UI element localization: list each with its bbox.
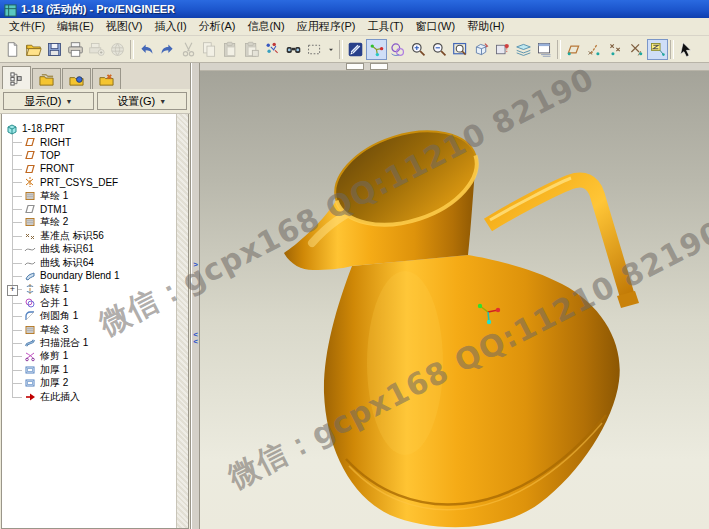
menu-item-插入I[interactable]: 插入(I) — [148, 18, 192, 35]
tree-item-旋转-1[interactable]: +旋转 1 — [6, 283, 176, 296]
navigator-tab-connections[interactable] — [92, 68, 121, 89]
datum-axes-button[interactable] — [584, 39, 605, 60]
tree-item-RIGHT[interactable]: RIGHT — [6, 135, 176, 148]
menu-item-窗口W[interactable]: 窗口(W) — [409, 18, 461, 35]
select-box-dropdown-icon — [327, 41, 335, 58]
favorites-icon — [69, 72, 84, 87]
insert-here-icon — [24, 391, 37, 403]
annotations-icon — [649, 41, 666, 58]
redo-button[interactable] — [157, 39, 178, 60]
datum-csys-button[interactable] — [626, 39, 647, 60]
tree-item-FRONT[interactable]: FRONT — [6, 162, 176, 175]
menu-item-应用程序P[interactable]: 应用程序(P) — [291, 18, 362, 35]
send-button[interactable] — [107, 39, 128, 60]
undo-button[interactable] — [136, 39, 157, 60]
tree-item-在此插入[interactable]: 在此插入 — [6, 390, 176, 403]
tree-item-草绘-1[interactable]: 草绘 1 — [6, 189, 176, 202]
menu-item-分析A[interactable]: 分析(A) — [193, 18, 242, 35]
graphics-viewport[interactable] — [200, 63, 709, 529]
zoom-in-button[interactable] — [408, 39, 429, 60]
tree-item-草绘-3[interactable]: 草绘 3 — [6, 323, 176, 336]
datum-planes-button[interactable] — [563, 39, 584, 60]
copy-button[interactable] — [199, 39, 220, 60]
spin-center-button[interactable] — [366, 39, 387, 60]
orient-mode-button[interactable] — [387, 39, 408, 60]
tree-item-PRT_CSYS_DEF[interactable]: PRT_CSYS_DEF — [6, 176, 176, 189]
navigator-tab-folder-browser[interactable] — [32, 68, 61, 89]
open-button[interactable] — [23, 39, 44, 60]
tree-item-合并-1[interactable]: 合并 1 — [6, 296, 176, 309]
redo-icon — [159, 41, 176, 58]
sash-collapse-icon[interactable]: > — [192, 261, 199, 268]
tree-item-TOP[interactable]: TOP — [6, 149, 176, 162]
tree-item-加厚-2[interactable]: 加厚 2 — [6, 376, 176, 389]
menu-item-帮助H[interactable]: 帮助(H) — [461, 18, 510, 35]
show-menu-button[interactable]: 显示(D)▼ — [3, 92, 94, 110]
refit-icon — [452, 41, 469, 58]
regenerate-button[interactable] — [262, 39, 283, 60]
tree-item-加厚-1[interactable]: 加厚 1 — [6, 363, 176, 376]
title-bar[interactable]: 1-18 (活动的) - Pro/ENGINEER — [0, 0, 709, 18]
tree-item-label: 加厚 1 — [40, 363, 68, 377]
tree-item-曲线-标识64[interactable]: 曲线 标识64 — [6, 256, 176, 269]
datum-points-button[interactable] — [605, 39, 626, 60]
tree-item-曲线-标识61[interactable]: 曲线 标识61 — [6, 243, 176, 256]
menu-item-文件F[interactable]: 文件(F) — [3, 18, 51, 35]
tree-item-修剪-1[interactable]: 修剪 1 — [6, 350, 176, 363]
trim-icon — [24, 350, 37, 362]
layers-button[interactable] — [513, 39, 534, 60]
panel-sash[interactable]: > << — [191, 63, 200, 529]
content-area: 显示(D)▼ 设置(G)▼ 1-18.PRTRIGHTTOPFRONTPRT_C… — [0, 63, 709, 529]
folder-browser-icon — [39, 72, 54, 87]
menu-item-视图V[interactable]: 视图(V) — [100, 18, 149, 35]
zoom-out-icon — [431, 41, 448, 58]
zoom-out-button[interactable] — [429, 39, 450, 60]
tree-item-label: RIGHT — [40, 137, 71, 148]
tree-item-label: PRT_CSYS_DEF — [40, 177, 118, 188]
tree-item-草绘-2[interactable]: 草绘 2 — [6, 216, 176, 229]
navigator-panel: 显示(D)▼ 设置(G)▼ 1-18.PRTRIGHTTOPFRONTPRT_C… — [0, 63, 191, 529]
tree-item-基准点-标识56[interactable]: 基准点 标识56 — [6, 229, 176, 242]
new-button[interactable] — [2, 39, 23, 60]
orient-mode-icon — [389, 41, 406, 58]
refit-button[interactable] — [450, 39, 471, 60]
paste-button[interactable] — [220, 39, 241, 60]
print-preview-button[interactable] — [86, 39, 107, 60]
settings-menu-button[interactable]: 设置(G)▼ — [97, 92, 188, 110]
paste-special-icon — [243, 41, 260, 58]
print-button[interactable] — [65, 39, 86, 60]
save-button[interactable] — [44, 39, 65, 60]
main-toolbar — [0, 36, 709, 63]
annotations-button[interactable] — [647, 39, 668, 60]
expander-icon[interactable]: + — [7, 285, 18, 296]
find-button[interactable] — [283, 39, 304, 60]
redraw-button[interactable] — [345, 39, 366, 60]
show-menu-label: 显示(D) — [24, 94, 61, 109]
tree-item-Boundary-Blend-1[interactable]: Boundary Blend 1 — [6, 269, 176, 282]
tree-item-倒圆角-1[interactable]: 倒圆角 1 — [6, 309, 176, 322]
menu-item-工具T[interactable]: 工具(T) — [361, 18, 409, 35]
saved-views-button[interactable] — [492, 39, 513, 60]
menu-item-信息N[interactable]: 信息(N) — [241, 18, 290, 35]
tree-item-label: 曲线 标识61 — [40, 242, 94, 256]
select-box-button[interactable] — [304, 39, 325, 60]
tree-item-label: 草绘 3 — [40, 323, 68, 337]
zoom-in-icon — [410, 41, 427, 58]
view-manager-button[interactable] — [534, 39, 555, 60]
tree-item-1-18.PRT[interactable]: 1-18.PRT — [6, 122, 176, 135]
tree-scrollbar[interactable] — [176, 114, 188, 528]
navigator-tab-favorites[interactable] — [62, 68, 91, 89]
select-box-dropdown-button[interactable] — [325, 39, 337, 60]
tree-item-label: 倒圆角 1 — [40, 309, 78, 323]
reorient-button[interactable] — [471, 39, 492, 60]
paste-special-button[interactable] — [241, 39, 262, 60]
tree-item-扫描混合-1[interactable]: 扫描混合 1 — [6, 336, 176, 349]
navigator-tab-model-tree[interactable] — [2, 66, 31, 89]
pitcher-3d-model[interactable] — [200, 63, 709, 529]
sash-expand-icon[interactable]: << — [192, 331, 199, 345]
tree-item-DTM1[interactable]: DTM1 — [6, 202, 176, 215]
cut-button[interactable] — [178, 39, 199, 60]
menu-item-编辑E[interactable]: 编辑(E) — [51, 18, 100, 35]
select-arrow-button[interactable] — [676, 39, 697, 60]
save-icon — [46, 41, 63, 58]
